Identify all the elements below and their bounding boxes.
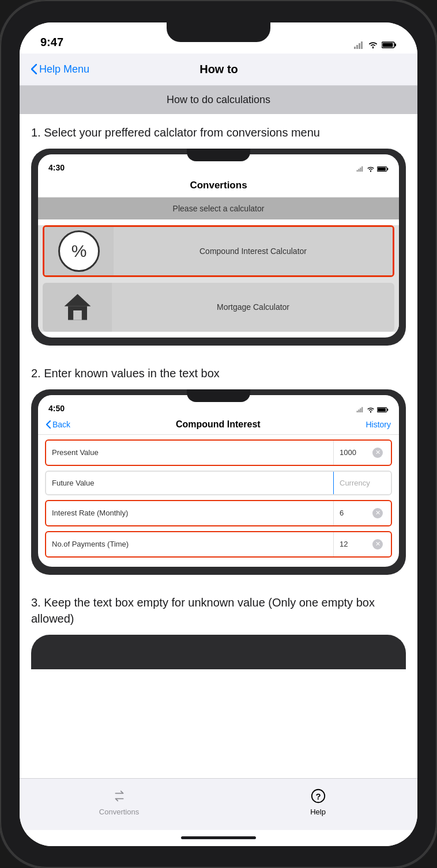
battery-icon <box>382 41 397 49</box>
ss1-calculator-list: % Compound Interest Calculator <box>38 225 399 332</box>
screenshot-notch-2 <box>187 389 250 402</box>
screenshot-3-partial <box>31 635 406 669</box>
help-tab-label: Help <box>310 808 326 816</box>
ss2-present-value-input: 1000 <box>340 448 356 457</box>
ss1-time: 4:30 <box>48 163 65 172</box>
svg-rect-7 <box>357 170 358 172</box>
ss1-compound-label-area: Compound Interest Calculator <box>114 227 393 275</box>
svg-rect-20 <box>361 407 363 412</box>
ss1-subtitle-bar: Please select a calculator <box>38 198 399 219</box>
step-1-text: 1. Select your preffered calclator from … <box>20 114 417 149</box>
ss2-present-value-field[interactable]: 1000 ✕ <box>333 441 391 465</box>
svg-rect-16 <box>73 310 82 320</box>
ss2-present-value-label: Present Value <box>46 441 333 464</box>
ss2-back-button[interactable]: Back <box>46 420 70 429</box>
ss2-payments-field[interactable]: 12 ✕ <box>333 532 391 556</box>
svg-rect-13 <box>378 167 386 170</box>
ss1-compound-label: Compound Interest Calculator <box>199 247 307 256</box>
ss2-present-value-clear[interactable]: ✕ <box>372 448 383 458</box>
ss1-calculator-item-2[interactable]: Mortgage Calculator <box>43 283 394 332</box>
conversions-tab-icon <box>110 787 129 805</box>
help-icon: ? <box>310 788 326 804</box>
nav-bar: Help Menu How to <box>20 54 417 86</box>
svg-rect-17 <box>357 411 358 412</box>
ss1-app-title: Convertions <box>190 180 247 191</box>
svg-rect-3 <box>361 41 363 49</box>
ss1-subtitle: Please select a calculator <box>173 204 265 213</box>
nav-back-button[interactable]: Help Menu <box>31 63 89 75</box>
wifi-icon <box>368 41 378 49</box>
svg-rect-12 <box>387 168 388 170</box>
ss2-time: 4:50 <box>48 404 65 413</box>
tab-help[interactable]: ? Help <box>218 787 417 816</box>
ss2-payments-label: No.of Payments (Time) <box>46 533 333 555</box>
svg-rect-22 <box>387 408 388 411</box>
screenshot-inner-1: 4:30 <box>38 154 399 338</box>
svg-rect-8 <box>358 169 359 172</box>
ss2-payments-input: 12 <box>340 540 348 548</box>
ss1-calculator-item-1[interactable]: % Compound Interest Calculator <box>43 225 394 277</box>
step-2-text: 2. Enter known values in the text box <box>20 355 417 389</box>
ss2-interest-rate-label: Interest Rate (Monthly) <box>46 502 333 524</box>
status-icons <box>354 41 397 49</box>
status-time: 9:47 <box>40 36 63 49</box>
ss2-nav-bar: Back Compound Interest History <box>38 416 399 435</box>
svg-rect-2 <box>359 43 360 49</box>
ss1-app-title-bar: Convertions <box>38 175 399 198</box>
ss1-battery-icon <box>377 166 389 172</box>
step-3-text: 3. Keep the text box empty for unknown v… <box>31 594 406 627</box>
svg-rect-5 <box>395 43 397 46</box>
screenshot-inner-2: 4:50 <box>38 395 399 567</box>
ss2-interest-rate-clear[interactable]: ✕ <box>372 508 383 518</box>
svg-rect-10 <box>361 166 363 172</box>
ss2-field-future-value[interactable]: Future Value Currency <box>45 471 392 495</box>
step-3-area: 3. Keep the text box empty for unknown v… <box>20 584 417 627</box>
section-header-text: How to do calculations <box>167 94 270 105</box>
ss1-mortgage-label-area: Mortgage Calculator <box>112 283 394 332</box>
ss2-screen-title: Compound Interest <box>176 419 261 430</box>
ss2-back-label: Back <box>52 420 70 429</box>
percent-circle-icon: % <box>58 230 100 272</box>
ss1-signal-icon <box>356 166 364 172</box>
ss2-back-chevron-icon <box>46 420 51 429</box>
house-icon <box>62 291 93 323</box>
svg-text:?: ? <box>315 791 321 801</box>
screenshot-2: 4:50 <box>31 389 406 575</box>
conversions-tab-label: Convertions <box>99 808 139 816</box>
phone-device: 9:47 <box>0 0 437 868</box>
ss2-future-value-placeholder[interactable]: Currency <box>333 472 391 494</box>
ss1-wifi-icon <box>367 166 375 172</box>
nav-title: How to <box>199 63 238 76</box>
section-header: How to do calculations <box>20 86 417 114</box>
ss2-future-value-label: Future Value <box>46 472 333 494</box>
signal-icon <box>354 41 364 49</box>
ss1-mortgage-label: Mortgage Calculator <box>217 302 289 312</box>
svg-rect-23 <box>378 408 386 411</box>
ss2-field-present-value[interactable]: Present Value 1000 ✕ <box>45 439 392 466</box>
svg-marker-14 <box>64 294 91 306</box>
nav-back-label: Help Menu <box>39 63 89 75</box>
back-chevron-icon <box>31 64 37 74</box>
screenshot-1: 4:30 <box>31 149 406 346</box>
conversions-icon <box>111 788 127 804</box>
ss1-icons <box>356 166 389 172</box>
ss2-wifi-icon <box>367 407 375 413</box>
ss1-house-icon-wrap <box>43 283 112 332</box>
svg-rect-1 <box>356 45 358 49</box>
svg-rect-19 <box>360 408 361 412</box>
ss2-history-button[interactable]: History <box>366 420 391 429</box>
home-indicator <box>20 830 417 846</box>
ss2-battery-icon <box>377 407 389 413</box>
home-bar <box>181 836 256 839</box>
content-area[interactable]: How to do calculations 1. Select your pr… <box>20 86 417 778</box>
tab-conversions[interactable]: Convertions <box>20 787 218 816</box>
ss2-field-interest-rate[interactable]: Interest Rate (Monthly) 6 ✕ <box>45 500 392 526</box>
ss2-payments-clear[interactable]: ✕ <box>372 539 383 549</box>
help-tab-icon: ? <box>309 787 327 805</box>
ss1-percent-icon-wrap: % <box>44 225 114 277</box>
svg-rect-6 <box>383 43 393 47</box>
svg-rect-0 <box>354 47 356 49</box>
phone-screen: 9:47 <box>20 22 417 846</box>
ss2-field-payments[interactable]: No.of Payments (Time) 12 ✕ <box>45 531 392 558</box>
ss2-interest-rate-field[interactable]: 6 ✕ <box>333 501 391 525</box>
